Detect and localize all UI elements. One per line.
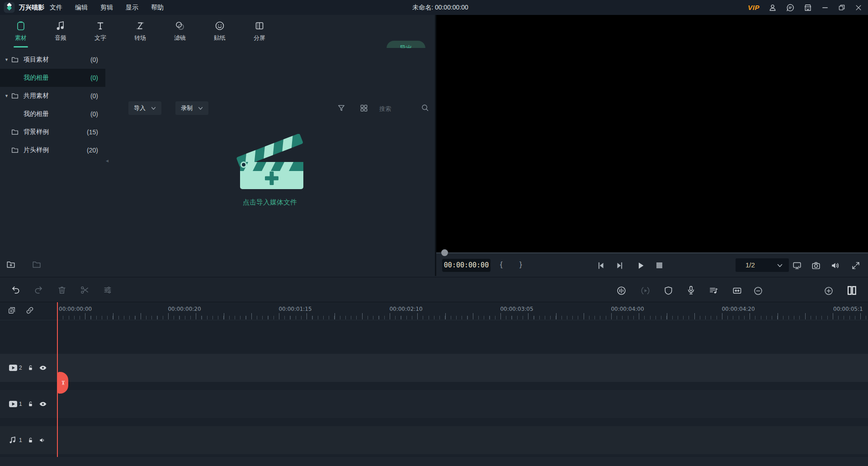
menu-view[interactable]: 显示 xyxy=(123,4,141,12)
screen-record-icon[interactable] xyxy=(640,285,651,296)
link-clips-icon[interactable] xyxy=(25,306,34,315)
preview-seek-handle[interactable] xyxy=(441,249,448,256)
ruler-label: 00:00:01:15 xyxy=(278,306,311,312)
snapshot-camera-icon[interactable] xyxy=(811,261,821,271)
restore-icon[interactable] xyxy=(838,4,846,12)
vip-button[interactable]: VIP xyxy=(748,4,760,11)
eye-visibility-icon[interactable] xyxy=(39,365,47,371)
sidebar-item-intro-samples[interactable]: 片头样例 (20) xyxy=(0,141,105,159)
ruler-label: 00:00:02:10 xyxy=(389,306,422,312)
lock-icon[interactable] xyxy=(27,400,34,408)
expand-arrow-icon[interactable]: ▼ xyxy=(5,57,9,62)
preview-volume-icon[interactable] xyxy=(830,261,840,271)
account-icon[interactable] xyxy=(768,3,777,12)
video-track-1[interactable]: 1 xyxy=(0,390,868,418)
tab-media[interactable]: 素材 xyxy=(1,15,41,48)
minimize-icon[interactable] xyxy=(821,4,829,12)
voiceover-mic-icon[interactable] xyxy=(686,285,696,295)
sidebar-item-label: 项目素材 xyxy=(24,56,49,64)
panel-layout-toggle-icon[interactable] xyxy=(846,285,857,296)
zoom-in-icon[interactable] xyxy=(824,286,834,296)
tab-filter[interactable]: 滤镜 xyxy=(160,15,200,48)
topbar-right-icons: VIP xyxy=(748,0,863,15)
sticker-smiley-icon xyxy=(214,20,225,31)
render-shield-icon[interactable] xyxy=(663,285,674,296)
sidebar-item-my-album-project[interactable]: 我的相册 (0) xyxy=(0,69,105,87)
menu-help[interactable]: 帮助 xyxy=(148,4,166,12)
delete-folder-icon[interactable] xyxy=(32,260,42,270)
play-button[interactable] xyxy=(636,261,646,271)
next-frame-button[interactable] xyxy=(615,261,625,271)
record-button[interactable]: 录制 xyxy=(175,101,208,115)
menu-file[interactable]: 文件 xyxy=(47,4,65,12)
app-name: 万兴喵影 xyxy=(19,0,44,15)
tab-text-label: 文字 xyxy=(94,34,106,42)
media-browser: 导入 录制 xyxy=(105,48,435,276)
tab-splitscreen[interactable]: 分屏 xyxy=(240,15,279,48)
redo-icon[interactable] xyxy=(33,285,43,295)
split-screen-icon xyxy=(254,20,265,31)
zoom-to-fit-icon[interactable] xyxy=(732,285,742,296)
sidebar-item-background-samples[interactable]: 背景样例 (15) xyxy=(0,123,105,141)
import-button[interactable]: 导入 xyxy=(128,101,161,115)
top-menubar: 万兴喵影 文件 编辑 剪辑 显示 帮助 未命名: 00:00:00:00 VIP xyxy=(0,0,868,15)
tab-text[interactable]: 文字 xyxy=(80,15,120,48)
stop-button[interactable] xyxy=(656,262,662,268)
undo-icon[interactable] xyxy=(11,285,21,295)
mirror-display-icon[interactable] xyxy=(792,261,802,271)
menu-clip[interactable]: 剪辑 xyxy=(98,4,116,12)
folder-icon xyxy=(11,92,19,100)
ruler-label: 00:00:04:00 xyxy=(611,306,644,312)
preview-quality-dropdown[interactable]: 1/2 xyxy=(736,258,789,272)
search-icon[interactable] xyxy=(420,103,429,112)
filmora-window: 万兴喵影 文件 编辑 剪辑 显示 帮助 未命名: 00:00:00:00 VIP xyxy=(0,0,868,466)
menu-items: 文件 编辑 剪辑 显示 帮助 xyxy=(47,0,166,15)
media-tabbar: 素材 音频 文字 转场 xyxy=(0,15,435,48)
zoom-out-icon[interactable] xyxy=(753,286,763,296)
lock-icon[interactable] xyxy=(27,364,34,371)
previous-frame-button[interactable] xyxy=(596,261,606,271)
split-scissors-icon[interactable] xyxy=(80,285,90,295)
feedback-chat-icon[interactable] xyxy=(786,3,795,12)
sidebar-item-count: (15) xyxy=(87,128,98,136)
store-icon[interactable] xyxy=(803,3,812,12)
delete-icon[interactable] xyxy=(57,285,67,295)
tab-splitscreen-label: 分屏 xyxy=(254,34,265,42)
sidebar-item-shared-media[interactable]: ▼ 共用素材 (0) xyxy=(0,87,105,105)
tab-transition[interactable]: 转场 xyxy=(120,15,160,48)
timeline-ruler[interactable] xyxy=(57,313,868,319)
track-volume-icon[interactable] xyxy=(39,437,46,444)
mark-out-button[interactable]: } xyxy=(519,258,522,271)
import-media-dropzone[interactable]: 点击导入媒体文件 xyxy=(230,134,310,207)
search-input[interactable] xyxy=(378,102,421,115)
audio-track-1[interactable]: 1 xyxy=(0,426,868,454)
fullscreen-icon[interactable] xyxy=(851,261,861,271)
filter-funnel-icon[interactable] xyxy=(337,104,346,113)
audio-mixer-icon[interactable] xyxy=(708,285,719,296)
add-to-track-icon[interactable] xyxy=(7,306,16,315)
collapse-panel-arrow-icon[interactable]: ◂ xyxy=(106,157,108,164)
preview-timecode: 00:00:00:00 xyxy=(442,259,491,272)
grid-view-icon[interactable] xyxy=(359,104,368,113)
new-folder-icon[interactable] xyxy=(6,260,16,270)
folder-icon xyxy=(11,146,19,154)
tab-sticker[interactable]: 贴纸 xyxy=(200,15,240,48)
expand-arrow-icon[interactable]: ▼ xyxy=(5,94,9,98)
preview-quality-value: 1/2 xyxy=(745,258,755,272)
eye-visibility-icon[interactable] xyxy=(39,401,47,407)
close-icon[interactable] xyxy=(854,4,863,12)
video-track-2-header: 2 xyxy=(0,354,57,382)
record-label: 录制 xyxy=(181,104,193,112)
preview-seekbar[interactable] xyxy=(436,252,868,253)
video-track-2[interactable]: 2 xyxy=(0,354,868,382)
sidebar-item-project-media[interactable]: ▼ 项目素材 (0) xyxy=(0,51,105,69)
lock-icon[interactable] xyxy=(27,437,34,444)
keyframe-audio-icon[interactable] xyxy=(616,285,627,296)
adjust-sliders-icon[interactable] xyxy=(103,285,113,295)
chevron-down-icon xyxy=(151,107,156,110)
text-icon xyxy=(95,20,106,31)
menu-edit[interactable]: 编辑 xyxy=(72,4,90,12)
mark-in-button[interactable]: { xyxy=(500,258,503,271)
sidebar-item-my-album-shared[interactable]: 我的相册 (0) xyxy=(0,105,105,123)
tab-audio[interactable]: 音频 xyxy=(41,15,80,48)
